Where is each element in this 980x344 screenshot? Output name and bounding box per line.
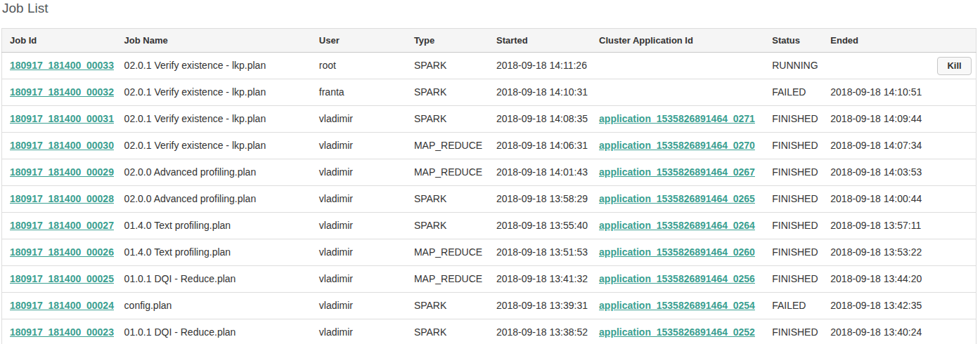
status-cell: FAILED bbox=[764, 79, 823, 106]
action-cell bbox=[929, 159, 976, 186]
user-cell: vladimir bbox=[311, 266, 406, 293]
cluster-application-id-cell: application_1535826891464_0256 bbox=[591, 266, 764, 293]
table-row: 180917_181400_0003102.0.1 Verify existen… bbox=[2, 106, 976, 133]
started-cell: 2018-09-18 14:01:43 bbox=[489, 159, 591, 186]
status-cell: FINISHED bbox=[764, 186, 823, 213]
user-cell: vladimir bbox=[311, 293, 406, 319]
table-row: 180917_181400_0002301.0.1 DQI - Reduce.p… bbox=[2, 319, 976, 344]
cluster-application-id-link[interactable]: application_1535826891464_0270 bbox=[599, 140, 755, 151]
ended-cell: 2018-09-18 13:53:22 bbox=[823, 239, 929, 266]
column-header-job-name: Job Name bbox=[117, 29, 311, 53]
ended-cell: 2018-09-18 13:44:20 bbox=[823, 266, 929, 293]
action-cell: Kill bbox=[929, 53, 976, 79]
job-id-cell: 180917_181400_00027 bbox=[2, 213, 117, 239]
job-id-link[interactable]: 180917_181400_00028 bbox=[10, 193, 114, 204]
page-title: Job List bbox=[1, 0, 979, 15]
job-id-link[interactable]: 180917_181400_00025 bbox=[10, 273, 114, 284]
started-cell: 2018-09-18 13:39:31 bbox=[489, 293, 591, 319]
cluster-application-id-link[interactable]: application_1535826891464_0265 bbox=[599, 193, 755, 204]
user-cell: vladimir bbox=[311, 159, 406, 186]
cluster-application-id-cell: application_1535826891464_0252 bbox=[591, 319, 764, 344]
started-cell: 2018-09-18 13:55:40 bbox=[489, 213, 591, 239]
ended-cell: 2018-09-18 14:03:53 bbox=[823, 159, 929, 186]
status-cell: FINISHED bbox=[764, 159, 823, 186]
cluster-application-id-cell: application_1535826891464_0265 bbox=[591, 186, 764, 213]
job-id-cell: 180917_181400_00026 bbox=[2, 239, 117, 266]
cluster-application-id-link[interactable]: application_1535826891464_0254 bbox=[599, 300, 755, 311]
job-id-cell: 180917_181400_00025 bbox=[2, 266, 117, 293]
job-id-link[interactable]: 180917_181400_00026 bbox=[10, 246, 114, 258]
job-id-link[interactable]: 180917_181400_00024 bbox=[10, 300, 114, 311]
type-cell: SPARK bbox=[406, 213, 489, 239]
user-cell: vladimir bbox=[311, 213, 406, 239]
job-name-cell: 02.0.1 Verify existence - lkp.plan bbox=[117, 53, 311, 79]
ended-cell: 2018-09-18 14:07:34 bbox=[823, 133, 929, 159]
job-id-link[interactable]: 180917_181400_00031 bbox=[10, 113, 114, 124]
kill-button[interactable]: Kill bbox=[937, 57, 971, 75]
cluster-application-id-link[interactable]: application_1535826891464_0256 bbox=[599, 273, 755, 284]
type-cell: SPARK bbox=[406, 106, 489, 133]
table-row: 180917_181400_00024config.planvladimirSP… bbox=[2, 293, 976, 319]
started-cell: 2018-09-18 14:11:26 bbox=[489, 53, 591, 79]
started-cell: 2018-09-18 13:58:29 bbox=[489, 186, 591, 213]
type-cell: MAP_REDUCE bbox=[406, 239, 489, 266]
job-id-link[interactable]: 180917_181400_00027 bbox=[10, 220, 114, 231]
type-cell: MAP_REDUCE bbox=[406, 266, 489, 293]
action-cell bbox=[929, 266, 976, 293]
job-name-cell: config.plan bbox=[117, 293, 311, 319]
action-cell bbox=[929, 213, 976, 239]
job-name-cell: 01.4.0 Text profiling.plan bbox=[117, 239, 311, 266]
cluster-application-id-link[interactable]: application_1535826891464_0267 bbox=[599, 166, 755, 178]
job-id-link[interactable]: 180917_181400_00023 bbox=[10, 326, 114, 338]
ended-cell: 2018-09-18 14:00:44 bbox=[823, 186, 929, 213]
job-name-cell: 02.0.1 Verify existence - lkp.plan bbox=[117, 79, 311, 106]
job-list-table: Job IdJob NameUserTypeStartedCluster App… bbox=[1, 28, 976, 344]
table-row: 180917_181400_0002701.4.0 Text profiling… bbox=[2, 213, 976, 239]
cluster-application-id-link[interactable]: application_1535826891464_0271 bbox=[599, 113, 755, 124]
user-cell: root bbox=[311, 53, 406, 79]
table-row: 180917_181400_0002601.4.0 Text profiling… bbox=[2, 239, 976, 266]
cluster-application-id-link[interactable]: application_1535826891464_0252 bbox=[599, 326, 755, 338]
cluster-application-id-cell: application_1535826891464_0264 bbox=[591, 213, 764, 239]
status-cell: RUNNING bbox=[764, 53, 823, 79]
cluster-application-id-cell: application_1535826891464_0254 bbox=[591, 293, 764, 319]
cluster-application-id-link[interactable]: application_1535826891464_0264 bbox=[599, 220, 755, 231]
job-name-cell: 01.0.1 DQI - Reduce.plan bbox=[117, 266, 311, 293]
user-cell: vladimir bbox=[311, 186, 406, 213]
status-cell: FINISHED bbox=[764, 319, 823, 344]
job-id-cell: 180917_181400_00024 bbox=[2, 293, 117, 319]
column-header-started: Started bbox=[489, 29, 591, 53]
column-header-user: User bbox=[311, 29, 406, 53]
job-name-cell: 02.0.0 Advanced profiling.plan bbox=[117, 186, 311, 213]
job-name-cell: 01.4.0 Text profiling.plan bbox=[117, 213, 311, 239]
job-id-link[interactable]: 180917_181400_00033 bbox=[10, 60, 114, 71]
started-cell: 2018-09-18 14:10:31 bbox=[489, 79, 591, 106]
action-cell bbox=[929, 239, 976, 266]
user-cell: vladimir bbox=[311, 133, 406, 159]
job-id-link[interactable]: 180917_181400_00030 bbox=[10, 140, 114, 151]
job-id-link[interactable]: 180917_181400_00029 bbox=[10, 166, 114, 178]
type-cell: MAP_REDUCE bbox=[406, 133, 489, 159]
started-cell: 2018-09-18 13:41:32 bbox=[489, 266, 591, 293]
cluster-application-id-cell bbox=[591, 79, 764, 106]
cluster-application-id-cell bbox=[591, 53, 764, 79]
cluster-application-id-link[interactable]: application_1535826891464_0260 bbox=[599, 246, 755, 258]
job-id-cell: 180917_181400_00032 bbox=[2, 79, 117, 106]
ended-cell: 2018-09-18 13:42:35 bbox=[823, 293, 929, 319]
user-cell: vladimir bbox=[311, 106, 406, 133]
column-header-job-id: Job Id bbox=[2, 29, 117, 53]
table-row: 180917_181400_0003202.0.1 Verify existen… bbox=[2, 79, 976, 106]
type-cell: SPARK bbox=[406, 79, 489, 106]
job-list-page: Job List Job IdJob NameUserTypeStartedCl… bbox=[0, 0, 980, 344]
type-cell: SPARK bbox=[406, 53, 489, 79]
ended-cell: 2018-09-18 13:57:11 bbox=[823, 213, 929, 239]
status-cell: FINISHED bbox=[764, 133, 823, 159]
ended-cell bbox=[823, 53, 929, 79]
job-id-link[interactable]: 180917_181400_00032 bbox=[10, 86, 114, 98]
ended-cell: 2018-09-18 14:10:51 bbox=[823, 79, 929, 106]
action-cell bbox=[929, 293, 976, 319]
cluster-application-id-cell: application_1535826891464_0270 bbox=[591, 133, 764, 159]
column-header-cluster-application-id: Cluster Application Id bbox=[591, 29, 764, 53]
job-id-cell: 180917_181400_00029 bbox=[2, 159, 117, 186]
table-row: 180917_181400_0003002.0.1 Verify existen… bbox=[2, 133, 976, 159]
